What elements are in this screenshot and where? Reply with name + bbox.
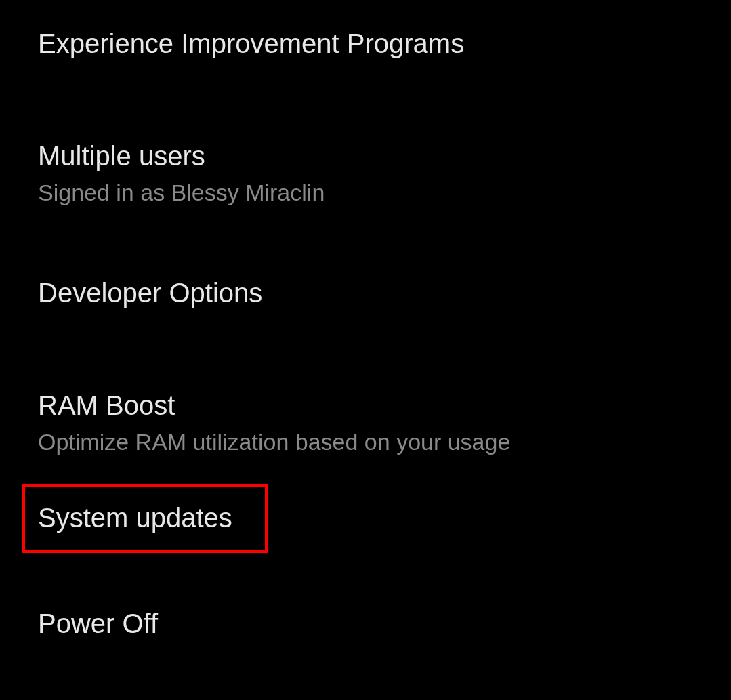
settings-item-power-off[interactable]: Power Off [0,607,731,640]
settings-item-developer-options[interactable]: Developer Options [0,276,731,309]
settings-item-title: Experience Improvement Programs [38,27,693,60]
settings-item-title: System updates [38,501,693,534]
settings-item-experience-improvement[interactable]: Experience Improvement Programs [0,27,731,60]
settings-list: Experience Improvement Programs Multiple… [0,0,731,640]
settings-item-title: RAM Boost [38,389,693,421]
settings-item-ram-boost[interactable]: RAM Boost Optimize RAM utilization based… [0,389,731,457]
settings-item-subtitle: Optimize RAM utilization based on your u… [38,427,693,457]
settings-item-title: Multiple users [38,140,693,172]
settings-item-title: Developer Options [38,276,693,309]
settings-item-multiple-users[interactable]: Multiple users Signed in as Blessy Mirac… [0,140,731,207]
settings-item-subtitle: Signed in as Blessy Miraclin [38,178,693,207]
settings-item-system-updates[interactable]: System updates [0,501,731,534]
settings-item-title: Power Off [38,607,693,640]
